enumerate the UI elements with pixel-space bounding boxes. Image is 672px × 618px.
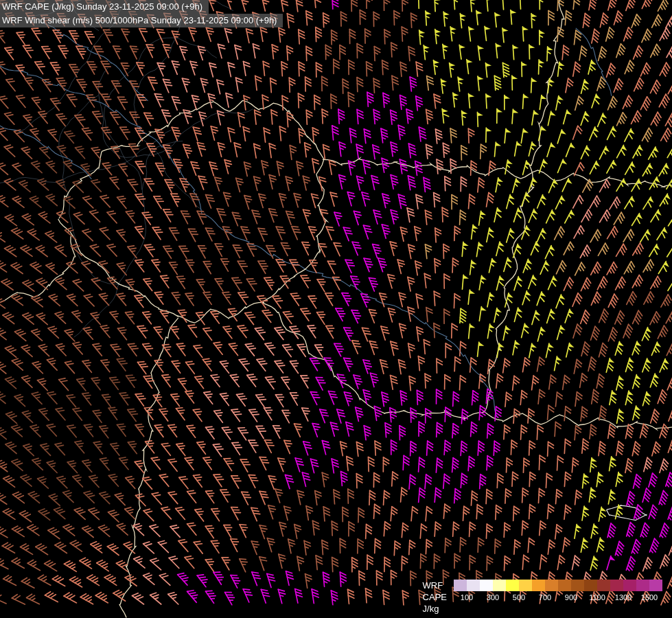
legend-swatch xyxy=(623,580,636,591)
legend-tick: 700 xyxy=(539,593,551,602)
legend-title-line3: J/kg xyxy=(423,603,447,615)
weather-map: WRF CAPE (J/kg) Sunday 23-11-2025 09:00 … xyxy=(0,0,672,618)
legend-swatch xyxy=(584,580,597,591)
legend-color-bar xyxy=(454,580,662,591)
legend-tick: 900 xyxy=(565,593,577,602)
legend-swatch xyxy=(467,580,480,591)
legend-swatch xyxy=(558,580,571,591)
legend-swatch xyxy=(480,580,493,591)
legend-swatch xyxy=(545,580,558,591)
legend-swatch xyxy=(519,580,532,591)
map-canvas xyxy=(0,0,672,618)
legend-swatch xyxy=(571,580,584,591)
legend-tick: 1500 xyxy=(641,593,658,602)
legend-swatch xyxy=(636,580,649,591)
legend-scale: 100300500700900110013001500 xyxy=(454,580,662,615)
legend-tick: 1300 xyxy=(615,593,632,602)
legend-swatch xyxy=(532,580,545,591)
title-overlay: WRF CAPE (J/kg) Sunday 23-11-2025 09:00 … xyxy=(0,0,283,27)
legend-title: WRF CAPE J/kg xyxy=(423,580,447,615)
legend-swatch xyxy=(597,580,610,591)
legend-swatch xyxy=(610,580,623,591)
legend-swatch xyxy=(454,580,467,591)
legend-ticks: 100300500700900110013001500 xyxy=(454,591,662,603)
legend-tick: 1100 xyxy=(589,593,605,602)
legend-swatch xyxy=(493,580,506,591)
map-title-shear: WRF Wind shear (m/s) 500/1000hPa Sunday … xyxy=(0,14,283,27)
legend-swatch xyxy=(649,580,662,591)
legend-title-line1: WRF xyxy=(423,580,447,591)
legend-tick: 500 xyxy=(513,593,525,602)
map-title-cape: WRF CAPE (J/kg) Sunday 23-11-2025 09:00 … xyxy=(0,0,209,14)
cape-legend: WRF CAPE J/kg 10030050070090011001300150… xyxy=(423,580,662,615)
legend-tick: 300 xyxy=(487,593,499,602)
legend-swatch xyxy=(506,580,519,591)
legend-tick: 100 xyxy=(461,593,473,602)
legend-title-line2: CAPE xyxy=(423,591,447,603)
